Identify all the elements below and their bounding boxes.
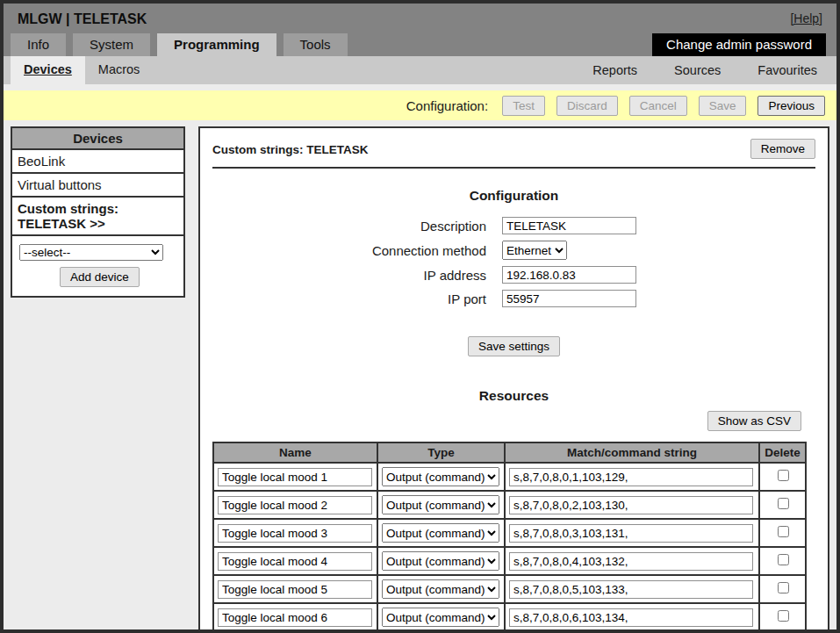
resource-type-select[interactable]: Output (command) xyxy=(382,523,499,543)
connection-method-select[interactable]: Ethernet xyxy=(502,241,567,260)
resources-table-header-row: Name Type Match/command string Delete xyxy=(213,442,806,463)
description-field[interactable] xyxy=(502,217,636,234)
configuration-bar: Configuration: Test Discard Cancel Save … xyxy=(4,90,836,120)
mlgw-window: MLGW | TELETASK [Help] Info System Progr… xyxy=(0,0,840,633)
content-area: Devices BeoLink Virtual buttons Custom s… xyxy=(4,120,836,633)
tab-info[interactable]: Info xyxy=(11,33,66,56)
column-header-name: Name xyxy=(213,442,377,463)
help-link[interactable]: [Help] xyxy=(790,11,822,25)
resource-delete-checkbox[interactable] xyxy=(778,526,789,537)
main-tabs: Info System Programming Tools xyxy=(11,33,348,56)
ip-port-label: IP port xyxy=(212,291,502,306)
divider xyxy=(212,167,815,169)
tab-system[interactable]: System xyxy=(73,33,150,56)
panel-title: Custom strings: TELETASK xyxy=(212,139,369,156)
subtab-macros[interactable]: Macros xyxy=(85,56,154,84)
resource-type-select[interactable]: Output (command) xyxy=(382,551,499,571)
sidebar-item-beolink[interactable]: BeoLink xyxy=(11,149,184,173)
app-title: MLGW | TELETASK xyxy=(18,11,147,27)
device-type-select[interactable]: --select-- xyxy=(19,244,163,261)
resource-type-select[interactable]: Output (command) xyxy=(382,608,499,627)
description-label: Description xyxy=(212,219,502,234)
devices-sidebar: Devices BeoLink Virtual buttons Custom s… xyxy=(11,126,185,298)
previous-button[interactable]: Previous xyxy=(757,96,825,116)
device-detail-panel: Custom strings: TELETASK Remove Configur… xyxy=(198,126,829,633)
add-device-cell: --select-- Add device xyxy=(11,235,184,297)
resource-match-input[interactable] xyxy=(509,580,753,599)
subtab-devices[interactable]: Devices xyxy=(11,56,85,84)
resource-name-input[interactable] xyxy=(218,468,372,486)
resource-delete-checkbox[interactable] xyxy=(778,498,789,509)
cancel-button[interactable]: Cancel xyxy=(629,96,687,116)
resources-heading: Resources xyxy=(212,388,815,404)
resource-match-input[interactable] xyxy=(509,468,753,486)
resource-name-input[interactable] xyxy=(218,496,372,514)
connection-method-label: Connection method xyxy=(212,243,502,258)
resource-delete-checkbox[interactable] xyxy=(778,582,789,593)
devices-sidebar-header: Devices xyxy=(11,127,184,149)
table-row: Output (command) xyxy=(213,519,806,547)
save-button[interactable]: Save xyxy=(699,96,747,116)
column-header-match: Match/command string xyxy=(505,442,759,463)
table-row: Output (command) xyxy=(213,463,806,491)
change-admin-password-button[interactable]: Change admin password xyxy=(652,33,826,56)
sidebar-item-virtual-buttons[interactable]: Virtual buttons xyxy=(11,173,184,197)
resource-match-input[interactable] xyxy=(509,524,753,543)
table-row: Output (command) xyxy=(213,603,806,631)
discard-button[interactable]: Discard xyxy=(556,96,618,116)
configuration-label: Configuration: xyxy=(406,98,488,113)
sidebar-item-custom-strings[interactable]: Custom strings: TELETASK >> xyxy=(11,197,184,235)
ip-port-field[interactable] xyxy=(502,290,636,307)
resource-delete-checkbox[interactable] xyxy=(778,554,789,565)
resource-type-select[interactable]: Output (command) xyxy=(382,579,499,599)
subtab-reports[interactable]: Reports xyxy=(592,63,637,77)
show-as-csv-button[interactable]: Show as CSV xyxy=(707,411,801,431)
resource-name-input[interactable] xyxy=(218,608,372,627)
tab-programming[interactable]: Programming xyxy=(157,33,276,56)
remove-device-button[interactable]: Remove xyxy=(750,139,815,159)
resource-delete-checkbox[interactable] xyxy=(778,470,789,481)
ip-address-label: IP address xyxy=(212,268,502,283)
resource-delete-checkbox[interactable] xyxy=(778,610,789,622)
ip-address-field[interactable] xyxy=(502,266,636,284)
column-header-type: Type xyxy=(377,442,505,463)
resource-name-input[interactable] xyxy=(218,580,372,599)
resource-type-select[interactable]: Output (command) xyxy=(382,467,499,486)
configuration-heading: Configuration xyxy=(212,188,815,204)
table-row: Output (command) xyxy=(213,547,806,575)
subtab-favourites[interactable]: Favourites xyxy=(757,63,817,77)
add-device-button[interactable]: Add device xyxy=(60,267,140,287)
test-button[interactable]: Test xyxy=(502,96,545,116)
subtab-sources[interactable]: Sources xyxy=(674,63,721,77)
top-bar: MLGW | TELETASK [Help] Info System Progr… xyxy=(4,4,836,56)
spacer xyxy=(4,84,836,90)
tab-tools[interactable]: Tools xyxy=(284,33,348,56)
resource-name-input[interactable] xyxy=(218,552,372,571)
resource-type-select[interactable]: Output (command) xyxy=(382,495,499,514)
sub-nav: Devices Macros Reports Sources Favourite… xyxy=(4,56,836,84)
save-settings-button[interactable]: Save settings xyxy=(468,336,560,356)
resources-table: Name Type Match/command string Delete Ou… xyxy=(212,442,807,633)
resource-match-input[interactable] xyxy=(509,496,753,514)
table-row: Output (command) xyxy=(213,491,806,519)
resource-match-input[interactable] xyxy=(509,608,753,627)
configuration-form: Description Connection method Ethernet I… xyxy=(212,217,815,307)
resource-match-input[interactable] xyxy=(509,552,753,571)
table-row: Output (command) xyxy=(213,575,806,603)
column-header-delete: Delete xyxy=(759,442,806,463)
resource-name-input[interactable] xyxy=(218,524,372,543)
